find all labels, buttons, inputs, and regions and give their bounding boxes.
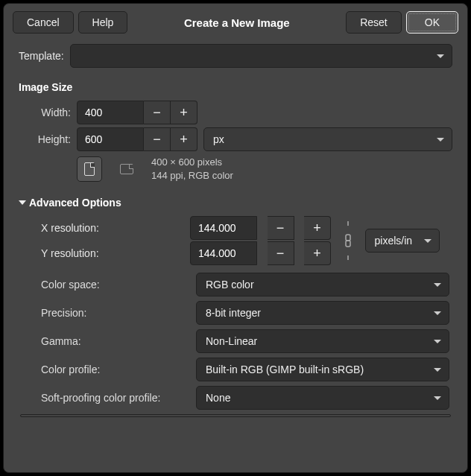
color-space-label: Color space: — [41, 279, 190, 291]
x-resolution-decrement-button[interactable]: − — [268, 216, 294, 240]
width-label: Width: — [29, 107, 77, 118]
help-button[interactable]: Help — [78, 11, 128, 34]
landscape-icon — [120, 164, 133, 174]
plus-icon: + — [180, 132, 188, 147]
image-size-heading: Image Size — [19, 81, 452, 93]
color-profile-select[interactable]: Built-in RGB (GIMP built-in sRGB) — [196, 358, 449, 381]
dialog-title: Create a New Image — [132, 16, 341, 29]
template-row: Template: — [19, 44, 452, 68]
chevron-down-icon — [437, 54, 444, 58]
advanced-options-toggle[interactable]: Advanced Options — [19, 197, 452, 209]
y-resolution-label: Y resolution: — [41, 247, 190, 259]
size-unit-select[interactable]: px — [203, 127, 452, 151]
reset-button[interactable]: Reset — [346, 11, 402, 34]
image-size-group: Width: − + Height: − + px — [19, 101, 452, 182]
minus-icon: − — [276, 220, 285, 236]
precision-value: 8-bit integer — [206, 307, 261, 319]
gamma-value: Non-Linear — [206, 335, 257, 347]
gamma-select[interactable]: Non-Linear — [196, 329, 449, 353]
resolution-unit-value: pixels/in — [375, 235, 413, 247]
template-label: Template: — [19, 50, 64, 62]
chevron-down-icon — [437, 138, 444, 142]
svg-rect-1 — [346, 241, 350, 247]
chain-link-icon — [342, 220, 354, 261]
chevron-down-icon — [434, 368, 441, 372]
portrait-icon — [84, 162, 95, 176]
image-size-pixels: 400 × 600 pixels — [151, 156, 233, 169]
precision-select[interactable]: 8-bit integer — [196, 301, 449, 325]
chevron-down-icon — [434, 311, 441, 315]
minus-icon: − — [153, 132, 161, 147]
height-decrement-button[interactable]: − — [144, 127, 171, 151]
disclosure-triangle-icon — [19, 200, 26, 205]
chevron-down-icon — [424, 239, 432, 243]
ok-button[interactable]: OK — [406, 11, 458, 34]
advanced-options-panel: X resolution: − + pixels/in — [41, 216, 449, 410]
height-input[interactable] — [77, 127, 144, 151]
precision-label: Precision: — [41, 307, 190, 319]
resolution-unit-select[interactable]: pixels/in — [365, 229, 440, 253]
chevron-down-icon — [434, 340, 441, 343]
width-input[interactable] — [77, 101, 144, 124]
soft-proofing-profile-select[interactable]: None — [196, 386, 449, 410]
dialog-header: Cancel Help Create a New Image Reset OK — [4, 7, 467, 44]
create-new-image-dialog: Cancel Help Create a New Image Reset OK … — [3, 3, 468, 473]
color-profile-value: Built-in RGB (GIMP built-in sRGB) — [206, 364, 364, 375]
color-space-value: RGB color — [206, 279, 254, 291]
portrait-orientation-button[interactable] — [77, 156, 102, 182]
advanced-options-label: Advanced Options — [29, 197, 121, 209]
x-resolution-increment-button[interactable]: + — [304, 216, 331, 240]
y-resolution-input[interactable] — [190, 241, 257, 265]
chevron-down-icon — [434, 283, 441, 287]
color-profile-label: Color profile: — [41, 364, 190, 375]
dialog-body: Template: Image Size Width: − + Height: … — [4, 44, 467, 410]
y-resolution-increment-button[interactable]: + — [304, 241, 331, 265]
plus-icon: + — [313, 246, 321, 261]
svg-rect-0 — [346, 235, 350, 241]
y-resolution-decrement-button[interactable]: − — [268, 241, 294, 265]
size-unit-value: px — [213, 133, 224, 145]
gamma-label: Gamma: — [41, 335, 190, 347]
image-size-ppi: 144 ppi, RGB color — [151, 169, 233, 183]
width-decrement-button[interactable]: − — [144, 101, 171, 124]
panel-divider — [20, 414, 451, 417]
width-increment-button[interactable]: + — [171, 101, 197, 124]
minus-icon: − — [153, 105, 161, 121]
x-resolution-label: X resolution: — [41, 222, 190, 234]
soft-proofing-profile-label: Soft-proofing color profile: — [41, 392, 190, 404]
landscape-orientation-button[interactable] — [114, 156, 139, 182]
plus-icon: + — [180, 105, 188, 121]
image-size-summary: 400 × 600 pixels 144 ppi, RGB color — [151, 156, 233, 182]
minus-icon: − — [276, 246, 285, 261]
resolution-block: X resolution: − + pixels/in — [41, 216, 449, 265]
height-label: Height: — [29, 133, 77, 145]
plus-icon: + — [313, 220, 321, 236]
chevron-down-icon — [434, 396, 441, 400]
resolution-link-toggle[interactable] — [341, 220, 355, 261]
height-increment-button[interactable]: + — [171, 127, 197, 151]
template-select[interactable] — [70, 44, 452, 68]
cancel-button[interactable]: Cancel — [13, 11, 74, 34]
soft-proofing-profile-value: None — [206, 392, 230, 404]
x-resolution-input[interactable] — [190, 216, 257, 240]
color-space-select[interactable]: RGB color — [196, 273, 449, 296]
image-size-info-row: 400 × 600 pixels 144 ppi, RGB color — [77, 156, 452, 182]
